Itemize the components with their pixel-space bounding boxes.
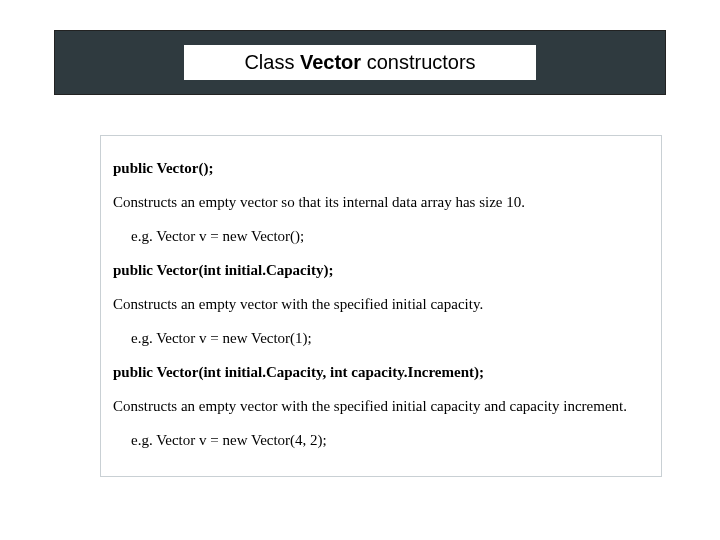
title-bar: Class Vector constructors: [54, 30, 666, 95]
constructor-example: e.g. Vector v = new Vector(4, 2);: [113, 428, 649, 452]
title-suffix: constructors: [361, 51, 475, 73]
constructor-signature: public Vector();: [113, 156, 649, 180]
title-bold: Vector: [300, 51, 361, 73]
title-prefix: Class: [244, 51, 300, 73]
constructor-description: Constructs an empty vector so that its i…: [113, 190, 649, 214]
constructor-description: Constructs an empty vector with the spec…: [113, 292, 649, 316]
content-box: public Vector(); Constructs an empty vec…: [100, 135, 662, 477]
constructor-description: Constructs an empty vector with the spec…: [113, 394, 649, 418]
slide-title: Class Vector constructors: [184, 45, 535, 80]
constructor-example: e.g. Vector v = new Vector(1);: [113, 326, 649, 350]
constructor-signature: public Vector(int initial.Capacity, int …: [113, 360, 649, 384]
constructor-example: e.g. Vector v = new Vector();: [113, 224, 649, 248]
constructor-signature: public Vector(int initial.Capacity);: [113, 258, 649, 282]
